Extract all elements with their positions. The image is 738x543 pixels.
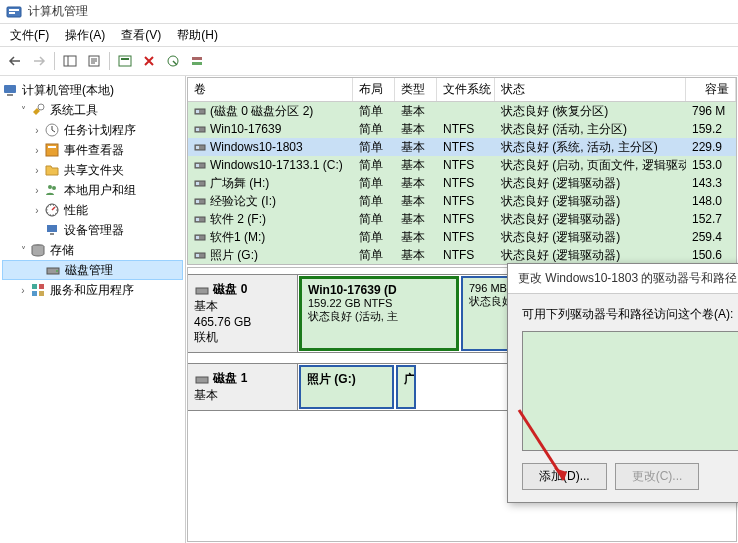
volume-row[interactable]: 经验论文 (I:)简单基本NTFS状态良好 (逻辑驱动器)148.0: [188, 192, 736, 210]
add-button[interactable]: 添加(D)...: [522, 463, 607, 490]
volume-row[interactable]: Windows10-1803简单基本NTFS状态良好 (系统, 活动, 主分区)…: [188, 138, 736, 156]
refresh-button[interactable]: [114, 50, 136, 72]
svg-rect-25: [50, 233, 54, 235]
disk-info[interactable]: 磁盘 0 基本 465.76 GB 联机: [188, 275, 298, 352]
storage-icon: [30, 242, 46, 258]
col-capacity[interactable]: 容量: [686, 78, 736, 101]
volume-row[interactable]: (磁盘 0 磁盘分区 2)简单基本状态良好 (恢复分区)796 M: [188, 102, 736, 120]
performance-icon: [44, 202, 60, 218]
volume-row[interactable]: 软件1 (M:)简单基本NTFS状态良好 (逻辑驱动器)259.4: [188, 228, 736, 246]
device-icon: [44, 222, 60, 238]
volume-list-body: (磁盘 0 磁盘分区 2)简单基本状态良好 (恢复分区)796 MWin10-1…: [188, 102, 736, 264]
svg-rect-1: [9, 9, 19, 11]
toolbar: [0, 46, 738, 76]
menu-help[interactable]: 帮助(H): [169, 25, 226, 46]
disk-info[interactable]: 磁盘 1 基本: [188, 364, 298, 410]
svg-point-20: [48, 185, 52, 189]
menubar: 文件(F) 操作(A) 查看(V) 帮助(H): [0, 24, 738, 46]
svg-rect-38: [196, 146, 199, 149]
tree-disk-management[interactable]: 磁盘管理: [2, 260, 183, 280]
nav-forward-button[interactable]: [28, 50, 50, 72]
window-titlebar: 计算机管理: [0, 0, 738, 24]
svg-rect-13: [192, 62, 202, 65]
show-pane-button[interactable]: [59, 50, 81, 72]
volume-icon: [194, 195, 206, 207]
disk-icon: [194, 282, 210, 298]
volume-row[interactable]: 照片 (G:)简单基本NTFS状态良好 (逻辑驱动器)150.6: [188, 246, 736, 264]
volume-row[interactable]: 广场舞 (H:)简单基本NTFS状态良好 (逻辑驱动器)143.3: [188, 174, 736, 192]
expand-icon[interactable]: ›: [30, 205, 44, 216]
partition-box[interactable]: 照片 (G:): [299, 365, 394, 409]
col-fs[interactable]: 文件系统: [437, 78, 495, 101]
tree-task-scheduler[interactable]: › 任务计划程序: [2, 120, 183, 140]
svg-rect-52: [196, 377, 208, 383]
change-button[interactable]: 更改(C)...: [615, 463, 700, 490]
svg-rect-40: [196, 164, 199, 167]
partition-box[interactable]: 广: [396, 365, 416, 409]
col-volume[interactable]: 卷: [188, 78, 353, 101]
event-icon: [44, 142, 60, 158]
menu-file[interactable]: 文件(F): [2, 25, 57, 46]
volume-icon: [194, 249, 206, 261]
dialog-listbox[interactable]: [522, 331, 738, 451]
tree-root[interactable]: 计算机管理(本地): [2, 80, 183, 100]
svg-rect-19: [48, 146, 56, 148]
menu-view[interactable]: 查看(V): [113, 25, 169, 46]
dialog-title: 更改 Windows10-1803 的驱动器号和路径: [508, 264, 738, 294]
col-status[interactable]: 状态: [495, 78, 686, 101]
expand-icon[interactable]: ›: [30, 145, 44, 156]
help-button[interactable]: [162, 50, 184, 72]
nav-back-button[interactable]: [4, 50, 26, 72]
svg-rect-10: [121, 58, 129, 60]
tree-event-viewer[interactable]: › 事件查看器: [2, 140, 183, 160]
volume-icon: [194, 213, 206, 225]
svg-rect-48: [196, 236, 199, 239]
svg-rect-44: [196, 200, 199, 203]
expand-icon[interactable]: ›: [30, 165, 44, 176]
dialog-body: 可用下列驱动器号和路径访问这个卷(A): 添加(D)... 更改(C)...: [508, 294, 738, 502]
tree-system-tools[interactable]: ˅ 系统工具: [2, 100, 183, 120]
toolbar-separator: [54, 52, 55, 70]
col-layout[interactable]: 布局: [353, 78, 395, 101]
volume-row[interactable]: Windows10-17133.1 (C:)简单基本NTFS状态良好 (启动, …: [188, 156, 736, 174]
tree-services-apps[interactable]: › 服务和应用程序: [2, 280, 183, 300]
svg-rect-50: [196, 254, 199, 257]
tree-local-users[interactable]: › 本地用户和组: [2, 180, 183, 200]
disk-icon: [45, 262, 61, 278]
svg-rect-51: [196, 288, 208, 294]
computer-icon: [2, 82, 18, 98]
svg-rect-9: [119, 56, 131, 66]
svg-rect-46: [196, 218, 199, 221]
volume-icon: [194, 231, 206, 243]
volume-list-header: 卷 布局 类型 文件系统 状态 容量: [188, 78, 736, 102]
svg-rect-29: [32, 284, 37, 289]
tree-shared-folders[interactable]: › 共享文件夹: [2, 160, 183, 180]
volume-icon: [194, 105, 206, 117]
delete-button[interactable]: [138, 50, 160, 72]
volume-row[interactable]: 软件 2 (F:)简单基本NTFS状态良好 (逻辑驱动器)152.7: [188, 210, 736, 228]
view-list-button[interactable]: [186, 50, 208, 72]
svg-point-16: [38, 104, 44, 110]
svg-rect-31: [32, 291, 37, 296]
expand-icon[interactable]: ›: [30, 125, 44, 136]
tree-storage[interactable]: ˅ 存储: [2, 240, 183, 260]
svg-rect-12: [192, 57, 202, 60]
volume-row[interactable]: Win10-17639简单基本NTFS状态良好 (活动, 主分区)159.2: [188, 120, 736, 138]
properties-button[interactable]: [83, 50, 105, 72]
expand-icon[interactable]: ›: [30, 185, 44, 196]
svg-rect-30: [39, 284, 44, 289]
svg-rect-32: [39, 291, 44, 296]
partition-box[interactable]: Win10-17639 (D159.22 GB NTFS状态良好 (活动, 主: [299, 276, 459, 351]
services-icon: [30, 282, 46, 298]
clock-icon: [44, 122, 60, 138]
menu-action[interactable]: 操作(A): [57, 25, 113, 46]
collapse-icon[interactable]: ˅: [16, 105, 30, 116]
window-title: 计算机管理: [28, 3, 88, 20]
tree-performance[interactable]: › 性能: [2, 200, 183, 220]
col-type[interactable]: 类型: [395, 78, 437, 101]
svg-point-21: [52, 186, 56, 190]
app-icon: [6, 4, 22, 20]
expand-icon[interactable]: ›: [16, 285, 30, 296]
tree-device-manager[interactable]: 设备管理器: [2, 220, 183, 240]
collapse-icon[interactable]: ˅: [16, 245, 30, 256]
